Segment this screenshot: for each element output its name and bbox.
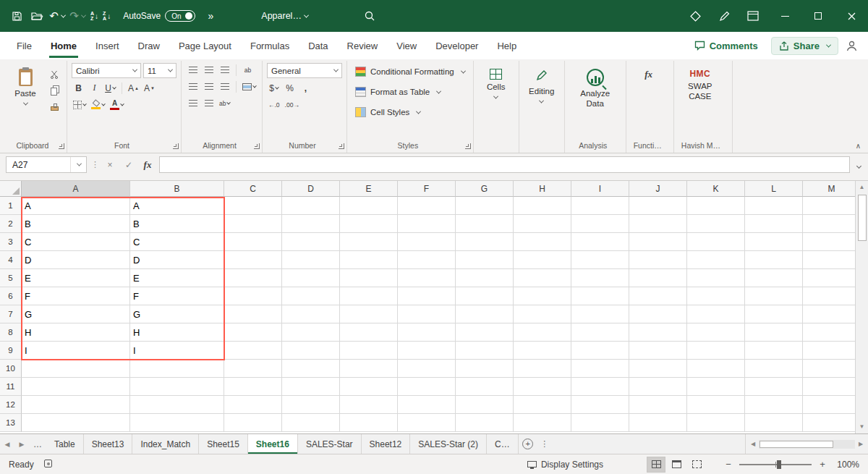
analyze-data-button[interactable]: Analyze Data [569, 63, 621, 111]
row-header-4[interactable]: 4 [0, 251, 22, 269]
row-header-8[interactable]: 8 [0, 323, 22, 342]
column-header-G[interactable]: G [456, 181, 514, 197]
column-header-C[interactable]: C [224, 181, 282, 197]
cell-C1[interactable] [224, 197, 282, 215]
search-icon[interactable] [360, 6, 379, 26]
cell-I9[interactable] [571, 342, 629, 360]
person-icon[interactable] [846, 40, 858, 52]
cell-H3[interactable] [514, 233, 571, 251]
cell-G6[interactable] [456, 287, 514, 305]
cell-B7[interactable]: G [130, 305, 224, 323]
cell-A7[interactable]: G [22, 305, 130, 323]
sheet-tab-table[interactable]: Table [46, 434, 84, 454]
row-header-13[interactable]: 13 [0, 414, 22, 432]
column-header-D[interactable]: D [282, 181, 340, 197]
font-color-button[interactable]: A [109, 98, 125, 111]
ribbon-options-window-icon[interactable] [739, 6, 767, 26]
cell-I12[interactable] [571, 396, 629, 414]
cell-H2[interactable] [514, 215, 571, 233]
cell-A8[interactable]: H [22, 323, 130, 342]
hscroll-right-icon[interactable]: ▶ [855, 439, 867, 449]
column-header-A[interactable]: A [22, 181, 130, 197]
cell-L10[interactable] [745, 360, 803, 378]
cell-M11[interactable] [803, 378, 855, 396]
cell-E3[interactable] [340, 233, 398, 251]
formula-bar-drag-handle[interactable]: ⋮ [91, 160, 98, 169]
open-folder-icon[interactable] [27, 6, 46, 26]
macro-record-icon[interactable] [44, 460, 52, 470]
cell-B1[interactable]: A [130, 197, 224, 215]
cell-L9[interactable] [745, 342, 803, 360]
vertical-scroll-thumb[interactable] [858, 195, 867, 241]
cell-A13[interactable] [22, 414, 130, 432]
cell-D13[interactable] [282, 414, 340, 432]
sheet-tab-index-match[interactable]: Index_Match [132, 434, 199, 454]
cell-A1[interactable]: A [22, 197, 130, 215]
cell-J3[interactable] [629, 233, 687, 251]
cell-F10[interactable] [398, 360, 456, 378]
cell-K4[interactable] [687, 251, 745, 269]
cell-B3[interactable]: C [130, 233, 224, 251]
cell-H12[interactable] [514, 396, 571, 414]
cell-H13[interactable] [514, 414, 571, 432]
row-header-2[interactable]: 2 [0, 215, 22, 233]
cell-E10[interactable] [340, 360, 398, 378]
cell-G13[interactable] [456, 414, 514, 432]
cell-G7[interactable] [456, 305, 514, 323]
decrease-indent-icon[interactable] [186, 96, 200, 110]
cell-E12[interactable] [340, 396, 398, 414]
cell-L11[interactable] [745, 378, 803, 396]
cell-H6[interactable] [514, 287, 571, 305]
close-button[interactable] [835, 0, 868, 32]
document-name[interactable]: Apparel… [255, 8, 314, 24]
horizontal-scroll-thumb[interactable] [760, 441, 833, 448]
sheet-tab-sheet15[interactable]: Sheet15 [199, 434, 248, 454]
cell-F13[interactable] [398, 414, 456, 432]
cell-A3[interactable]: C [22, 233, 130, 251]
redo-icon[interactable]: ↷ [68, 6, 87, 26]
cell-J10[interactable] [629, 360, 687, 378]
cell-A10[interactable] [22, 360, 130, 378]
cell-B13[interactable] [130, 414, 224, 432]
editing-button[interactable]: Editing [524, 63, 560, 105]
comma-format-button[interactable]: , [299, 81, 312, 95]
horizontal-scrollbar[interactable]: ◀ ▶ [745, 434, 868, 454]
cell-B10[interactable] [130, 360, 224, 378]
decrease-font-size-button[interactable]: A▼ [142, 81, 156, 95]
font-dialog-launcher-icon[interactable] [173, 143, 179, 149]
cell-M10[interactable] [803, 360, 855, 378]
menu-item-file[interactable]: File [7, 32, 41, 59]
row-header-12[interactable]: 12 [0, 396, 22, 414]
cell-G12[interactable] [456, 396, 514, 414]
menu-item-review[interactable]: Review [338, 32, 388, 59]
cell-I5[interactable] [571, 269, 629, 287]
cell-G3[interactable] [456, 233, 514, 251]
cell-H7[interactable] [514, 305, 571, 323]
zoom-slider[interactable] [739, 464, 812, 465]
cell-L2[interactable] [745, 215, 803, 233]
cell-M1[interactable] [803, 197, 855, 215]
cell-E1[interactable] [340, 197, 398, 215]
cell-G4[interactable] [456, 251, 514, 269]
cell-H11[interactable] [514, 378, 571, 396]
column-header-H[interactable]: H [514, 181, 571, 197]
cell-A11[interactable] [22, 378, 130, 396]
cell-J12[interactable] [629, 396, 687, 414]
cell-L8[interactable] [745, 323, 803, 342]
hscroll-left-icon[interactable]: ◀ [747, 439, 759, 449]
clipboard-dialog-launcher-icon[interactable] [59, 143, 64, 149]
enter-icon[interactable]: ✓ [122, 160, 136, 170]
cell-D11[interactable] [282, 378, 340, 396]
cell-styles-button[interactable]: Cell Styles [352, 103, 469, 121]
cell-K10[interactable] [687, 360, 745, 378]
cell-L7[interactable] [745, 305, 803, 323]
fill-color-button[interactable] [90, 98, 106, 111]
column-header-K[interactable]: K [687, 181, 745, 197]
row-header-5[interactable]: 5 [0, 269, 22, 287]
cell-M3[interactable] [803, 233, 855, 251]
row-header-9[interactable]: 9 [0, 342, 22, 360]
tab-scroll-right-icon[interactable]: ▶ [14, 434, 29, 454]
insert-function-icon[interactable]: fx [140, 159, 155, 171]
increase-font-size-button[interactable]: A▲ [127, 81, 140, 95]
borders-button[interactable] [72, 98, 88, 111]
